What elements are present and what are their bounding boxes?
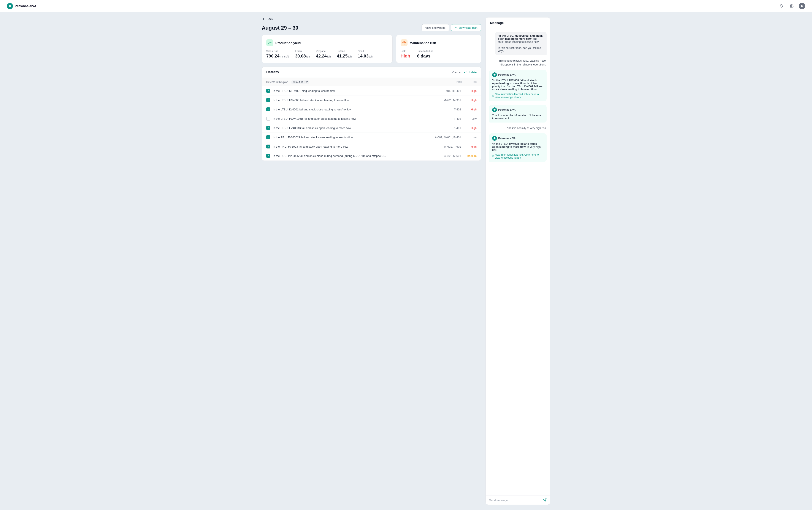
send-button[interactable] — [543, 498, 547, 502]
defects-subheader: Defects in this plan 30 out of 162 Parts… — [262, 78, 481, 86]
ai-avatar-3 — [492, 136, 497, 141]
page-header: August 29 – 30 View knowledge Download p… — [262, 24, 481, 31]
nav-actions — [778, 3, 805, 9]
defect-row[interactable]: ✓ In the LTSU, LV4001 fail and stuck clo… — [262, 105, 481, 114]
knowledge-link-1[interactable]: New information learned. Click here to v… — [492, 93, 544, 99]
svg-point-1 — [801, 5, 802, 6]
chat-panel: Message 'In the LTSU, HV4008 fail and st… — [485, 17, 550, 505]
view-knowledge-button[interactable]: View knowledge — [422, 24, 449, 31]
maintenance-card-header: Maintenance risk — [400, 39, 477, 46]
defect-row[interactable]: ✓ In the LTSU, FV4003B fail and stuck op… — [262, 123, 481, 133]
main-container: Back August 29 – 30 View knowledge Downl… — [255, 12, 557, 510]
top-navigation: Petronas aiVA — [0, 0, 812, 12]
back-link[interactable]: Back — [262, 17, 273, 21]
ai-name-2: Petronas aiVA — [498, 108, 515, 111]
defect-checkbox-4[interactable] — [266, 117, 270, 120]
defect-checkbox-6[interactable]: ✓ — [266, 135, 270, 139]
chat-message-plain-2: And it is actually at very high risk. — [489, 126, 547, 130]
download-plan-button[interactable]: Download plan — [451, 24, 481, 31]
chat-message-ai-3: Petronas aiVA 'In the LTSU, HV4008 fail … — [489, 133, 547, 162]
svg-point-3 — [403, 42, 404, 43]
ai-avatar-1 — [492, 73, 497, 77]
cancel-button[interactable]: Cancel — [452, 71, 461, 74]
defect-row[interactable]: ✓ In the LTSU, STR4001 clog leading to l… — [262, 86, 481, 95]
defect-checkbox-2[interactable]: ✓ — [266, 98, 270, 102]
ai-label-3: Petronas aiVA — [492, 136, 544, 141]
defects-card: Defects Cancel Update Defects in this pl… — [262, 66, 481, 161]
chat-input[interactable] — [489, 499, 541, 502]
chat-input-area — [486, 495, 550, 505]
header-actions: View knowledge Download plan — [422, 24, 481, 31]
metric-condi: Condi 14.03tph — [358, 50, 372, 59]
brand: Petronas aiVA — [7, 3, 36, 9]
update-button[interactable]: Update — [464, 71, 477, 74]
production-card-header: Production yield — [266, 39, 388, 46]
defect-checkbox-1[interactable]: ✓ — [266, 89, 270, 93]
chat-message-ai-1: Petronas aiVA 'In the LTSU, HV4008 fail … — [489, 70, 547, 101]
brand-name: Petronas aiVA — [15, 4, 36, 8]
metric-ethan: Ethan 30.08tph — [295, 50, 310, 59]
back-label: Back — [267, 17, 273, 21]
defects-title: Defects — [266, 70, 279, 74]
ttf-metric: Time to failure 6 days — [417, 50, 433, 59]
cards-row: Production yield Sales Gas 790.24mmscfd … — [262, 35, 481, 63]
chat-messages: 'In the LTSU, HV4008 fail and stuck open… — [486, 28, 550, 495]
defects-actions: Cancel Update — [452, 71, 477, 74]
defect-row[interactable]: In the LTSU, PCV4105B fail and stuck clo… — [262, 114, 481, 123]
user-avatar[interactable] — [799, 3, 805, 9]
defect-checkbox-7[interactable]: ✓ — [266, 145, 270, 148]
ai-label-2: Petronas aiVA — [492, 107, 544, 112]
svg-point-0 — [791, 5, 792, 6]
metrics-row: Sales Gas 790.24mmscfd Ethan 30.08tph Pr… — [266, 50, 388, 59]
settings-button[interactable] — [788, 3, 795, 9]
defect-checkbox-3[interactable]: ✓ — [266, 107, 270, 111]
maintenance-title: Maintenance risk — [410, 41, 436, 45]
defect-row[interactable]: ✓ In the PRU, FV6003 fail and stuck open… — [262, 142, 481, 151]
ai-label-1: Petronas aiVA — [492, 73, 544, 77]
metric-butane: Butane 41.25tph — [337, 50, 352, 59]
defect-checkbox-8[interactable]: ✓ — [266, 154, 270, 158]
ai-avatar-2 — [492, 107, 497, 112]
defect-row[interactable]: ✓ In the LTSU, HV4008 fail and stuck ope… — [262, 95, 481, 105]
maintenance-card: Maintenance risk Risk High Time to failu… — [396, 35, 481, 63]
maintenance-icon — [400, 39, 408, 46]
left-panel: Back August 29 – 30 View knowledge Downl… — [262, 17, 481, 505]
notifications-button[interactable] — [778, 3, 785, 9]
production-card: Production yield Sales Gas 790.24mmscfd … — [262, 35, 393, 63]
chat-message-user-1: 'In the LTSU, HV4008 fail and stuck open… — [495, 32, 547, 55]
ai-name-3: Petronas aiVA — [498, 137, 515, 140]
production-icon — [266, 39, 273, 46]
brand-icon — [7, 3, 13, 9]
download-plan-label: Download plan — [459, 26, 478, 29]
defect-row[interactable]: ✓ In the PRU, PV-6005 fail and stuck clo… — [262, 151, 481, 161]
page-title: August 29 – 30 — [262, 25, 298, 31]
defects-columns: Parts Risk — [432, 80, 477, 83]
risk-metrics: Risk High Time to failure 6 days — [400, 50, 477, 59]
production-title: Production yield — [275, 41, 301, 45]
defects-header: Defects Cancel Update — [262, 67, 481, 78]
chat-message-plain-1: This lead to black smoke, causing major … — [489, 59, 547, 66]
chat-header: Message — [486, 18, 550, 28]
chat-message-ai-2: Petronas aiVA Thank you for the informat… — [489, 105, 547, 122]
knowledge-link-2[interactable]: New information learned. Click here to v… — [492, 153, 544, 159]
defects-count: Defects in this plan 30 out of 162 — [266, 80, 309, 84]
ai-name-1: Petronas aiVA — [498, 73, 515, 76]
metric-propane: Propane 42.24tph — [316, 50, 331, 59]
defect-row[interactable]: ✓ In the PRU, FV-6002A fail and stuck cl… — [262, 133, 481, 142]
risk-metric: Risk High — [400, 50, 410, 59]
defect-checkbox-5[interactable]: ✓ — [266, 126, 270, 130]
metric-sales-gas: Sales Gas 790.24mmscfd — [266, 50, 289, 59]
